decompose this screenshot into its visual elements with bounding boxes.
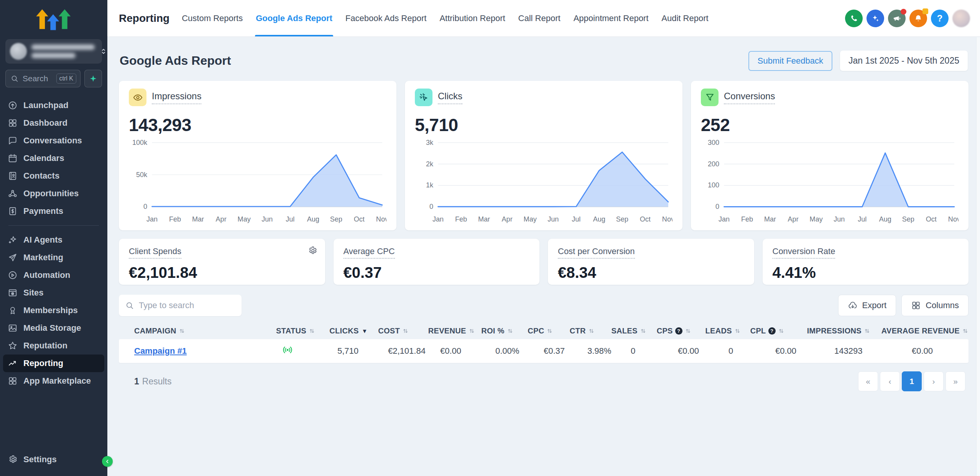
sidebar-item-ai-agents[interactable]: AI Agents: [3, 231, 104, 249]
announcements-button[interactable]: [888, 10, 906, 27]
sidebar-item-reputation[interactable]: Reputation: [3, 337, 104, 355]
column-header-clicks[interactable]: CLICKS▼: [329, 327, 378, 335]
sort-icon: [309, 328, 315, 334]
svg-text:Jan: Jan: [146, 215, 158, 223]
tab-custom-reports[interactable]: Custom Reports: [182, 0, 243, 36]
column-header-ctr[interactable]: CTR: [570, 327, 612, 335]
svg-text:Jul: Jul: [572, 215, 580, 223]
page-title: Google Ads Report: [120, 54, 231, 68]
stat-cards: Client Spends €2,101.84 Average CPC €0.3…: [119, 239, 968, 285]
sidebar-item-launchpad[interactable]: Launchpad: [3, 97, 104, 114]
conversion-rate-value: 4.41%: [773, 264, 959, 281]
scrollbar-track[interactable]: [976, 37, 980, 476]
notifications-button[interactable]: [909, 10, 927, 27]
help-badge[interactable]: ?: [768, 327, 776, 335]
sidebar-item-marketing[interactable]: Marketing: [3, 249, 104, 266]
memberships-icon: [8, 305, 18, 315]
campaigns-table: CAMPAIGN STATUS CLICKS▼ COST REVENUE ROI…: [119, 322, 968, 391]
svg-text:0: 0: [715, 203, 719, 210]
sidebar-item-reporting[interactable]: Reporting: [3, 355, 104, 372]
sidebar-search[interactable]: Search ctrl K: [5, 70, 81, 87]
svg-text:Apr: Apr: [216, 215, 227, 223]
cell-cost: €2,101.84: [388, 346, 440, 356]
tab-call-report[interactable]: Call Report: [518, 0, 561, 36]
previous-page-button[interactable]: ‹: [880, 371, 900, 391]
export-button[interactable]: Export: [838, 295, 896, 316]
cell-cpc: €0.37: [544, 346, 587, 356]
first-page-button[interactable]: «: [858, 371, 878, 391]
svg-text:May: May: [810, 215, 823, 223]
column-header-status[interactable]: STATUS: [276, 327, 329, 335]
tab-appointment-report[interactable]: Appointment Report: [574, 0, 649, 36]
sort-icon: [507, 328, 513, 334]
campaign-link[interactable]: Campaign #1: [134, 346, 187, 356]
clicks-value: 5,710: [415, 115, 673, 135]
phone-button[interactable]: [845, 10, 863, 27]
column-header-roi[interactable]: ROI %: [481, 327, 528, 335]
tab-attribution-report[interactable]: Attribution Report: [439, 0, 505, 36]
column-header-campaign[interactable]: CAMPAIGN: [134, 327, 276, 335]
ai-quick-action-button[interactable]: [84, 70, 102, 87]
table-row: Campaign #1 5,710 €2,101.84 €0.00 0.00% …: [119, 339, 968, 363]
app-marketplace-icon: [8, 376, 18, 386]
gear-icon[interactable]: [307, 246, 317, 256]
report-tabs: Custom Reports Google Ads Report Faceboo…: [182, 0, 708, 36]
sidebar-item-contacts[interactable]: Contacts: [3, 167, 104, 185]
tab-google-ads-report[interactable]: Google Ads Report: [256, 0, 332, 36]
table-search-input[interactable]: [139, 300, 235, 310]
account-switcher[interactable]: [5, 39, 102, 64]
svg-text:100: 100: [708, 181, 719, 189]
sidebar-item-conversations[interactable]: Conversations: [3, 132, 104, 149]
sort-icon: [546, 328, 553, 334]
sort-icon: [469, 328, 475, 334]
column-header-revenue[interactable]: REVENUE: [428, 327, 481, 335]
column-header-cost[interactable]: COST: [378, 327, 428, 335]
sidebar-item-dashboard[interactable]: Dashboard: [3, 114, 104, 132]
tab-facebook-ads-report[interactable]: Facebook Ads Report: [345, 0, 427, 36]
shortcut-badge: ctrl K: [56, 74, 76, 84]
impressions-chart: 050k100kJanFebMarAprMayJunJulAugSepOctNo…: [129, 138, 386, 225]
help-badge[interactable]: ?: [675, 327, 682, 335]
column-header-cpc[interactable]: CPC: [528, 327, 570, 335]
sidebar-item-sites[interactable]: Sites: [3, 284, 104, 302]
columns-button[interactable]: Columns: [901, 295, 968, 316]
main-area: Reporting Custom Reports Google Ads Repo…: [107, 0, 980, 476]
column-header-leads[interactable]: LEADS: [705, 327, 750, 335]
kpi-cards: Impressions 143,293 050k100kJanFebMarApr…: [119, 81, 968, 230]
column-header-cps[interactable]: CPS?: [657, 327, 705, 335]
sidebar-item-payments[interactable]: Payments: [3, 202, 104, 220]
svg-text:Jan: Jan: [432, 215, 444, 223]
sidebar-item-automation[interactable]: Automation: [3, 266, 104, 284]
sidebar-item-settings[interactable]: Settings: [3, 451, 104, 468]
chevron-left-icon: [104, 458, 110, 465]
last-page-button[interactable]: »: [945, 371, 965, 391]
sparkles-icon: [871, 14, 880, 23]
column-header-average-revenue[interactable]: AVERAGE REVENUE: [881, 327, 968, 335]
date-range-picker[interactable]: Jan 1st 2025 - Nov 5th 2025: [840, 51, 968, 71]
reputation-icon: [8, 341, 18, 351]
user-avatar[interactable]: [952, 10, 970, 27]
submit-feedback-button[interactable]: Submit Feedback: [748, 51, 832, 71]
sidebar-collapse-button[interactable]: [102, 456, 113, 467]
column-header-impressions[interactable]: IMPRESSIONS: [807, 327, 881, 335]
conversions-card: Conversions 252 0100200300JanFebMarAprMa…: [691, 81, 968, 230]
next-page-button[interactable]: ›: [924, 371, 944, 391]
sidebar-item-memberships[interactable]: Memberships: [3, 302, 104, 319]
sidebar-item-app-marketplace[interactable]: App Marketplace: [3, 372, 104, 390]
cell-impressions: 143293: [834, 346, 912, 356]
help-button[interactable]: ?: [931, 10, 949, 27]
tab-audit-report[interactable]: Audit Report: [661, 0, 708, 36]
conversions-value: 252: [701, 115, 959, 135]
sidebar-item-opportunities[interactable]: Opportunities: [3, 185, 104, 202]
column-header-sales[interactable]: SALES: [611, 327, 656, 335]
cell-cpl: €0.00: [775, 346, 834, 356]
page-1-button[interactable]: 1: [902, 371, 922, 391]
ai-agents-icon: [8, 235, 18, 245]
topbar: Reporting Custom Reports Google Ads Repo…: [107, 0, 980, 37]
sort-icon: [962, 328, 968, 334]
sidebar-item-calendars[interactable]: Calendars: [3, 149, 104, 167]
sidebar-item-media-storage[interactable]: Media Storage: [3, 319, 104, 337]
average-cpc-card: Average CPC €0.37: [334, 239, 540, 285]
column-header-cpl[interactable]: CPL?: [750, 327, 807, 335]
ai-assistant-button[interactable]: [867, 10, 884, 27]
